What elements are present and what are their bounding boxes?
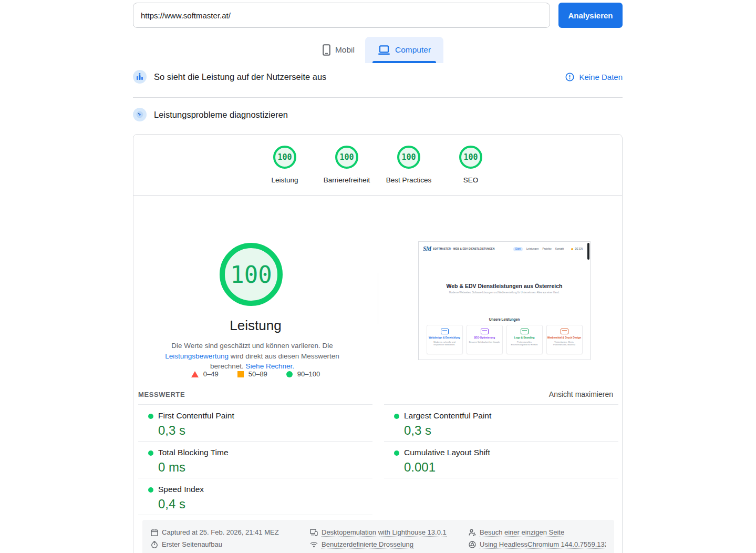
diagnose-title: Leistungsprobleme diagnostizieren [154,110,288,120]
thumb-card-title: Webdesign & Entwicklung [429,336,460,340]
url-input[interactable] [133,3,550,28]
metric-si-label: Speed Index [158,485,372,494]
thumb-nav-item: Kontakt [555,248,564,250]
thumb-card-title: Werbemittel & Druck Design [547,336,581,340]
thumb-scrollbar [587,243,589,260]
info-icon[interactable] [565,73,574,81]
thumb-card-desc: Bessere Sichtbarkeit bei Google [467,341,502,343]
chromium-version-info[interactable]: Using HeadlessChromium 144.0.7559.132 wi… [469,540,606,549]
gauge-seo[interactable]: 100 SEO [440,146,502,184]
gauge-performance-score: 100 [273,146,296,169]
active-tab-indicator [372,61,436,63]
single-page-info[interactable]: Besuch einer einzigen Seite [469,528,606,537]
metrics-header-row: MESSWERTE Ansicht maximieren [138,390,613,398]
thumb-services-title: Unsere Leistungen [419,318,590,321]
thumb-nav-item: Leistungen [526,248,538,250]
thumb-site-brand: SOFTMASTER - WEB & EDV DIENSTLEISTUNGEN [433,248,494,250]
thumb-card-desc: Professionelles Erscheinungsbild für Fir… [507,341,542,346]
desc-text-1: Die Werte sind geschätzt und können vari… [171,342,333,350]
scoring-link[interactable]: Leistungsbewertung [165,352,229,360]
thumb-nav-item: Start [513,247,523,251]
legend-fail-label: 0–49 [203,370,219,378]
smartphone-icon [323,44,330,56]
sun-icon [571,248,573,250]
gauge-accessibility-label: Barrierefreiheit [324,176,370,184]
tab-desktop[interactable]: Computer [365,37,443,63]
average-square-icon [237,371,244,377]
device-tabs: Mobil Computer [133,37,623,63]
metric-tbt-label: Total Blocking Time [158,448,372,457]
laptop-icon [378,45,390,55]
thumb-hero: Web & EDV Dienstleistungen aus Österreic… [419,255,590,310]
metric-lcp-label: Largest Contentful Paint [404,411,618,421]
thumb-card-desc: Moderne, schnelle und responsive Webseit… [427,341,462,346]
metrics-heading: MESSWERTE [138,391,185,398]
legend-pass: 90–100 [286,370,320,378]
pass-circle-icon [286,371,293,377]
calculator-link[interactable]: Siehe Rechner. [246,362,294,370]
emulation-text: Desktopemulation with Lighthouse 13.0.1 [322,528,447,537]
expand-view-link[interactable]: Ansicht maximieren [549,390,613,398]
emulation-info[interactable]: Desktopemulation with Lighthouse 13.0.1 [310,528,469,537]
section-divider [133,97,623,98]
fail-triangle-icon [191,371,199,377]
pass-dot-icon [148,414,153,419]
network-throttle-icon [310,541,318,548]
gauge-accessibility-score: 100 [335,146,358,169]
metric-cls-label: Cumulative Layout Shift [404,448,618,457]
metric-cls: Cumulative Layout Shift 0.001 [384,441,618,478]
gauge-seo-label: SEO [463,176,479,184]
capture-time-text: Captured at 25. Feb. 2026, 21:41 MEZ [162,528,279,536]
no-data-link[interactable]: Keine Daten [579,73,623,81]
diagnose-section-header: Leistungsprobleme diagnostizieren [133,108,623,121]
gauge-best-practices[interactable]: 100 Best Practices [378,146,440,184]
pagespeed-report: Analysieren Mobil Computer So sieht die … [0,0,756,553]
metrics-column-left: First Contentful Paint 0,3 s Total Block… [138,404,372,515]
gauge-best-practices-label: Best Practices [386,176,431,184]
pass-dot-icon [148,487,153,493]
thumb-site-nav: Start Leistungen Projekte Kontakt [513,247,564,251]
thumb-service-cards: Webdesign & Entwicklung Moderne, schnell… [419,325,590,354]
pass-dot-icon [148,450,153,456]
throttling-info[interactable]: Benutzerdefinierte Drosselung [310,540,469,549]
score-legend: 0–49 50–89 90–100 [133,370,378,378]
tab-desktop-label: Computer [395,45,431,55]
chromium-icon [469,541,476,548]
metric-tbt-value: 0 ms [158,460,372,475]
gauge-accessibility[interactable]: 100 Barrierefreiheit [316,146,378,184]
thumb-nav-item: Projekte [542,248,552,250]
initial-load-info: Erster Seitenaufbau [151,540,310,548]
print-design-icon [561,329,568,334]
seo-icon [481,329,489,334]
calendar-icon [151,529,158,536]
legend-fail: 0–49 [191,370,219,378]
thumb-language-switch: DE EN [571,248,583,250]
single-page-text: Besuch einer einzigen Seite [480,528,564,537]
speedometer-icon [133,108,147,121]
metric-fcp-value: 0,3 s [158,423,372,438]
thumb-site-logo: SM [423,245,431,253]
field-data-title: So sieht die Leistung auf der Nutzerseit… [154,72,326,82]
url-bar: Analysieren [133,3,623,28]
metric-fcp-label: First Contentful Paint [158,411,372,421]
thumb-card-print: Werbemittel & Druck Design Visitenkarten… [546,325,583,354]
analyze-button[interactable]: Analysieren [558,3,623,28]
thumb-card-title: Logo & Branding [514,336,535,340]
tab-mobile[interactable]: Mobil [312,37,365,63]
webdesign-icon [441,329,449,334]
field-data-section-header: So sieht die Leistung auf der Nutzerseit… [133,70,623,84]
gauge-performance[interactable]: 100 Leistung [254,146,316,184]
thumb-subheadline: Moderne Webseiten, Software-Lösungen und… [419,291,590,294]
gauge-performance-label: Leistung [271,176,298,184]
run-details-footer: Captured at 25. Feb. 2026, 21:41 MEZ Des… [142,520,614,553]
metric-lcp-value: 0,3 s [404,423,618,438]
thumb-card-desc: Visitenkarten, Shirts, Planendrucke, Mat… [547,341,582,346]
performance-score-gauge: 100 [220,243,283,306]
final-screenshot-thumbnail[interactable]: SM SOFTMASTER - WEB & EDV DIENSTLEISTUNG… [418,241,591,360]
metric-speed-index: Speed Index 0,4 s [138,478,372,515]
legend-average-label: 50–89 [248,370,267,378]
thumb-headline: Web & EDV Dienstleistungen aus Österreic… [419,283,590,289]
tab-mobile-label: Mobil [335,45,355,55]
performance-description: Die Werte sind geschätzt und können vari… [150,341,354,372]
performance-title: Leistung [133,318,378,334]
